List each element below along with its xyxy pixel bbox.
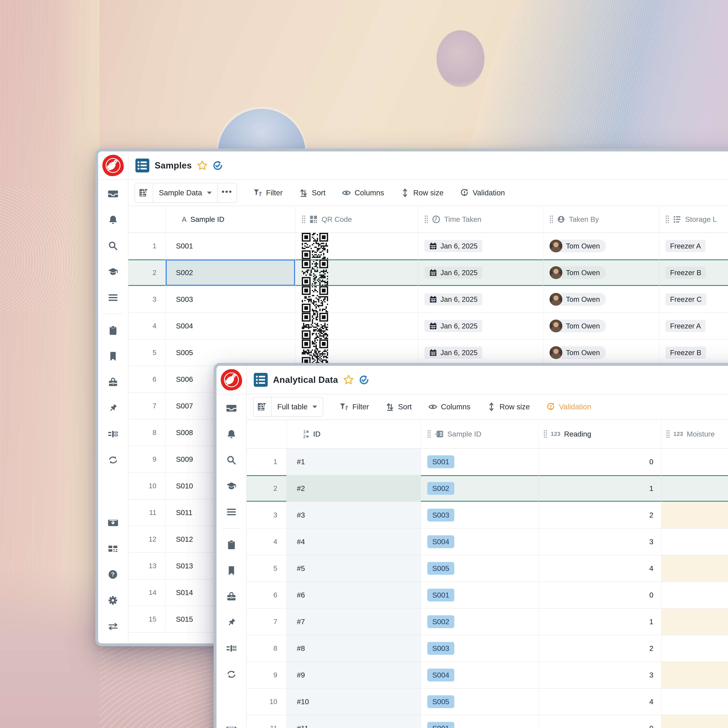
time-taken-cell[interactable]: Jan 6, 2025 — [418, 286, 543, 312]
reading-cell[interactable]: 3 — [539, 529, 662, 555]
sample-id-link-cell[interactable]: S004 — [421, 662, 539, 688]
qr-code-cell[interactable] — [295, 286, 418, 312]
sample-id-link-cell[interactable]: S001 — [421, 582, 539, 608]
taken-by-cell[interactable]: Tom Owen — [543, 340, 659, 366]
qr-code-cell[interactable] — [295, 260, 418, 286]
toolbox-icon[interactable] — [226, 591, 237, 602]
id-cell[interactable]: #5 — [287, 555, 421, 581]
row-number[interactable]: 4 — [247, 529, 287, 555]
row-number[interactable]: 13 — [128, 553, 166, 579]
linked-record-pill[interactable]: S002 — [427, 482, 454, 495]
id-cell[interactable]: #7 — [287, 609, 421, 635]
view-table-icon[interactable] — [254, 397, 272, 416]
row-number[interactable]: 7 — [247, 609, 287, 635]
sync-icon[interactable] — [107, 455, 119, 466]
apps-grid-icon[interactable] — [107, 543, 119, 554]
time-taken-cell[interactable]: Jan 6, 2025 — [418, 313, 543, 339]
download-box-icon[interactable] — [107, 517, 119, 528]
inbox-icon[interactable] — [107, 188, 119, 199]
id-cell[interactable]: #1 — [287, 449, 421, 475]
seatable-seal-logo[interactable] — [102, 155, 124, 176]
pin-icon[interactable] — [107, 403, 119, 414]
column-header-sample-id[interactable]: Sample ID — [421, 420, 539, 448]
row-size-button[interactable]: Row size — [401, 188, 444, 197]
column-header-time-taken[interactable]: Time Taken — [418, 206, 543, 232]
time-taken-cell[interactable]: Jan 6, 2025 — [418, 340, 543, 366]
compare-icon[interactable] — [226, 643, 237, 654]
clipboard-icon[interactable] — [107, 325, 119, 336]
storage-location-cell[interactable]: Freezer A — [659, 233, 728, 259]
sample-id-cell[interactable]: S001 — [166, 233, 295, 259]
download-box-icon[interactable] — [226, 724, 237, 728]
search-icon[interactable] — [107, 240, 119, 251]
moisture-cell[interactable] — [662, 715, 728, 728]
id-cell[interactable]: #2 — [287, 475, 421, 502]
row-size-button[interactable]: Row size — [487, 402, 530, 411]
moisture-cell[interactable] — [662, 529, 728, 555]
moisture-cell[interactable] — [662, 662, 728, 688]
moisture-cell[interactable] — [662, 688, 728, 715]
linked-record-pill[interactable]: S004 — [427, 668, 454, 681]
sample-id-link-cell[interactable]: S005 — [421, 688, 539, 715]
storage-location-cell[interactable]: Freezer A — [659, 313, 728, 339]
row-number[interactable]: 10 — [247, 688, 287, 715]
sort-button[interactable]: Sort — [385, 402, 412, 411]
sync-check-icon[interactable] — [213, 161, 223, 170]
column-header-storage[interactable]: Storage L — [659, 206, 728, 232]
reading-cell[interactable]: 2 — [539, 502, 662, 528]
reading-cell[interactable]: 0 — [539, 582, 662, 608]
inbox-icon[interactable] — [226, 403, 237, 414]
id-cell[interactable]: #3 — [287, 502, 421, 528]
sync-check-icon[interactable] — [359, 375, 369, 385]
sample-id-cell[interactable]: S004 — [166, 313, 295, 339]
validation-warning-button[interactable]: Validation — [546, 402, 591, 411]
linked-record-pill[interactable]: S004 — [427, 535, 454, 548]
row-number[interactable]: 4 — [128, 313, 166, 339]
linked-record-pill[interactable]: S005 — [427, 562, 454, 575]
storage-location-cell[interactable]: Freezer C — [659, 286, 728, 312]
taken-by-cell[interactable]: Tom Owen — [543, 260, 659, 286]
academy-icon[interactable] — [107, 266, 119, 277]
linked-record-pill[interactable]: S001 — [427, 455, 454, 468]
qr-code-cell[interactable] — [295, 340, 418, 366]
row-number[interactable]: 10 — [128, 473, 166, 499]
reading-cell[interactable]: 2 — [539, 635, 662, 662]
linked-record-pill[interactable]: S003 — [427, 642, 454, 655]
favorite-star-icon[interactable] — [343, 375, 354, 385]
column-header-id[interactable]: ID — [287, 420, 421, 448]
transfer-arrows-icon[interactable] — [107, 621, 119, 632]
columns-button[interactable]: Columns — [428, 402, 471, 411]
row-number[interactable]: 8 — [128, 419, 166, 446]
row-number[interactable]: 6 — [128, 366, 166, 392]
linked-record-pill[interactable]: S002 — [427, 615, 454, 628]
taken-by-cell[interactable]: Tom Owen — [543, 313, 659, 339]
linked-record-pill[interactable]: S001 — [427, 589, 454, 601]
bookmark-icon[interactable] — [226, 565, 237, 576]
notifications-bell-icon[interactable] — [107, 214, 119, 225]
row-number[interactable]: 9 — [247, 662, 287, 688]
help-icon[interactable] — [107, 569, 119, 580]
reading-cell[interactable]: 1 — [539, 475, 662, 502]
sample-id-link-cell[interactable]: S002 — [421, 609, 539, 635]
reading-cell[interactable]: 0 — [539, 449, 662, 475]
sample-id-link-cell[interactable]: S003 — [421, 502, 539, 528]
row-number[interactable]: 3 — [247, 502, 287, 528]
sample-id-cell[interactable]: S003 — [166, 286, 295, 312]
bookmark-icon[interactable] — [107, 351, 119, 362]
storage-location-cell[interactable]: Freezer B — [659, 260, 728, 286]
moisture-cell[interactable] — [662, 475, 728, 502]
row-number[interactable]: 2 — [128, 260, 166, 286]
reading-cell[interactable]: 4 — [539, 555, 662, 581]
seatable-seal-logo[interactable] — [221, 369, 242, 390]
row-number[interactable]: 9 — [128, 446, 166, 473]
row-number[interactable]: 1 — [128, 233, 166, 259]
notifications-bell-icon[interactable] — [226, 429, 237, 440]
view-selector-button[interactable]: Full table — [272, 397, 323, 416]
time-taken-cell[interactable]: Jan 6, 2025 — [418, 260, 543, 286]
id-cell[interactable]: #9 — [287, 662, 421, 688]
row-number[interactable]: 5 — [247, 555, 287, 581]
row-number[interactable]: 15 — [128, 606, 166, 632]
column-header-qr-code[interactable]: QR Code — [295, 206, 418, 232]
filter-button[interactable]: Filter — [253, 188, 283, 197]
view-more-button[interactable]: ••• — [217, 183, 237, 202]
